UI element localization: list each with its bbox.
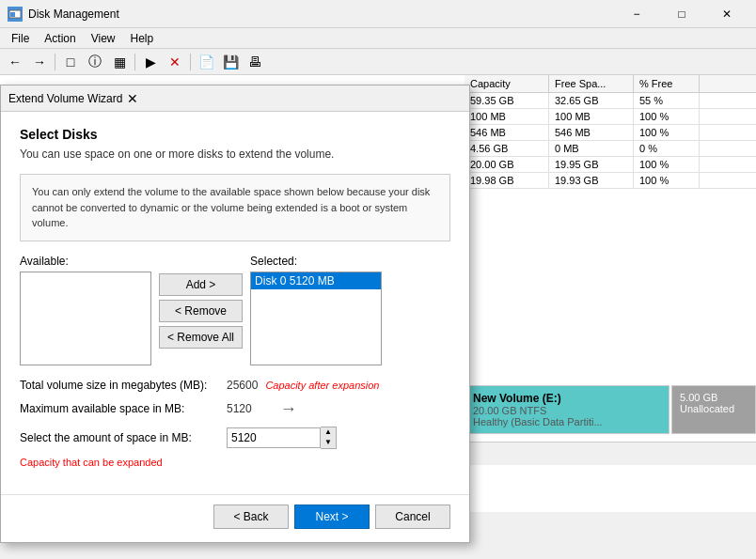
cell-cap-5: 20.00 GB: [465, 157, 549, 172]
maximize-button[interactable]: □: [660, 0, 703, 28]
table-row: 59.35 GB 32.65 GB 55 %: [465, 93, 756, 109]
extend-volume-dialog: Extend Volume Wizard ✕ Select Disks You …: [0, 85, 470, 543]
svg-rect-1: [10, 12, 15, 17]
mouse-cursor-icon: →: [280, 399, 297, 419]
minimize-button[interactable]: −: [615, 0, 658, 28]
toolbar-btn-doc3[interactable]: 🖶: [244, 52, 266, 72]
back-button[interactable]: < Back: [213, 505, 289, 529]
table-row: 19.98 GB 19.93 GB 100 %: [465, 173, 756, 189]
spinner-up-button[interactable]: ▲: [321, 427, 336, 438]
app-icon: [8, 7, 23, 22]
volume-name: New Volume (E:): [473, 392, 661, 405]
dialog-close-button[interactable]: ✕: [122, 88, 143, 109]
cell-pct-5: 100 %: [634, 157, 700, 172]
volume-detail-1: 20.00 GB NTFS: [473, 405, 661, 416]
disk-info-panel: New Volume (E:) 20.00 GB NTFS Healthy (B…: [465, 385, 756, 434]
window-controls: − □ ✕: [615, 0, 748, 28]
table-row: 546 MB 546 MB 100 %: [465, 125, 756, 141]
toolbar-separator-3: [190, 54, 191, 70]
toolbar-btn-1[interactable]: □: [59, 52, 82, 72]
cell-free-2: 100 MB: [549, 109, 634, 124]
col-capacity: Capacity: [465, 75, 549, 92]
available-listbox[interactable]: [20, 272, 151, 365]
table-row: 20.00 GB 19.95 GB 100 %: [465, 157, 756, 173]
cell-free-3: 546 MB: [549, 125, 634, 140]
dialog-footer: < Back Next > Cancel: [1, 494, 469, 542]
capacity-annotation: Capacity after expansion: [265, 380, 379, 391]
add-button[interactable]: Add >: [159, 273, 243, 296]
close-button[interactable]: ✕: [705, 0, 748, 28]
background-table: Capacity Free Spa... % Free 59.35 GB 32.…: [465, 75, 756, 189]
max-space-row: Maximum available space in MB: 5120 →: [20, 399, 450, 419]
select-space-row: Select the amount of space in MB: ▲ ▼: [20, 427, 450, 449]
toolbar-btn-doc2[interactable]: 💾: [219, 52, 242, 72]
disk-selection-area: Available: Add > < Remove < Remove All S…: [20, 255, 450, 365]
remove-button[interactable]: < Remove: [159, 300, 243, 322]
available-container: Available:: [20, 255, 151, 365]
selected-container: Selected: Disk 0 5120 MB: [250, 255, 382, 365]
section-title: Select Disks: [20, 127, 450, 142]
menu-view[interactable]: View: [84, 30, 123, 47]
dialog-title-bar: Extend Volume Wizard ✕: [1, 85, 469, 112]
cell-cap-3: 546 MB: [465, 125, 549, 140]
disk-action-buttons: Add > < Remove < Remove All: [159, 255, 243, 349]
remove-all-button[interactable]: < Remove All: [159, 326, 243, 349]
cell-free-1: 32.65 GB: [549, 93, 634, 108]
next-button[interactable]: Next >: [294, 505, 370, 529]
cell-pct-1: 55 %: [634, 93, 700, 108]
available-label: Available:: [20, 255, 151, 268]
menu-file[interactable]: File: [4, 30, 37, 47]
toolbar-separator-2: [134, 54, 135, 70]
col-percentfree: % Free: [634, 75, 700, 92]
toolbar-btn-doc1[interactable]: 📄: [195, 52, 217, 72]
toolbar-separator-1: [55, 54, 55, 70]
cell-cap-4: 4.56 GB: [465, 141, 549, 156]
toolbar: ← → □ ⓘ ▦ ▶ ✕ 📄 💾 🖶: [0, 49, 756, 75]
volume-detail-2: Healthy (Basic Data Partiti...: [473, 416, 661, 427]
cell-pct-4: 0 %: [634, 141, 700, 156]
cancel-button[interactable]: Cancel: [375, 505, 450, 529]
section-description: You can use space on one or more disks t…: [20, 148, 450, 161]
max-space-label: Maximum available space in MB:: [20, 402, 227, 415]
menu-action[interactable]: Action: [37, 30, 83, 47]
cell-pct-3: 100 %: [634, 125, 700, 140]
table-row: 4.56 GB 0 MB 0 %: [465, 141, 756, 157]
cell-free-6: 19.93 GB: [549, 173, 634, 188]
table-header: Capacity Free Spa... % Free: [465, 75, 756, 93]
forward-button[interactable]: →: [28, 52, 51, 72]
max-space-value: 5120: [227, 402, 252, 415]
dialog-title: Extend Volume Wizard: [8, 92, 122, 105]
cell-cap-6: 19.98 GB: [465, 173, 549, 188]
dialog-content: Select Disks You can use space on one or…: [1, 112, 469, 494]
spinner-down-button[interactable]: ▼: [321, 438, 336, 448]
toolbar-btn-3[interactable]: ▦: [108, 52, 131, 72]
back-button[interactable]: ←: [4, 52, 26, 72]
toolbar-btn-play[interactable]: ▶: [139, 52, 162, 72]
menu-help[interactable]: Help: [123, 30, 162, 47]
spinner-buttons: ▲ ▼: [321, 427, 337, 449]
info-box: You can only extend the volume to the av…: [20, 174, 450, 241]
toolbar-btn-2[interactable]: ⓘ: [84, 52, 106, 72]
window-title: Disk Management: [28, 8, 615, 21]
toolbar-btn-stop[interactable]: ✕: [164, 52, 186, 72]
total-volume-row: Total volume size in megabytes (MB): 256…: [20, 379, 450, 392]
cell-cap-2: 100 MB: [465, 109, 549, 124]
selected-listbox[interactable]: Disk 0 5120 MB: [250, 272, 382, 365]
unallocated-cell: 5.00 GB Unallocated: [671, 385, 756, 434]
col-freespace: Free Spa...: [549, 75, 634, 92]
menu-bar: File Action View Help: [0, 28, 756, 49]
cell-pct-6: 100 %: [634, 173, 700, 188]
table-row: 100 MB 100 MB 100 %: [465, 109, 756, 125]
selected-label: Selected:: [250, 255, 382, 268]
select-space-input-wrap: ▲ ▼: [227, 427, 337, 449]
cell-free-5: 19.95 GB: [549, 157, 634, 172]
selected-item-disk0[interactable]: Disk 0 5120 MB: [251, 272, 381, 289]
cell-pct-2: 100 %: [634, 109, 700, 124]
select-space-input[interactable]: [227, 427, 321, 448]
total-volume-value: 25600: [227, 379, 258, 392]
total-volume-label: Total volume size in megabytes (MB):: [20, 379, 227, 392]
volume-cell: New Volume (E:) 20.00 GB NTFS Healthy (B…: [465, 385, 669, 434]
cell-free-4: 0 MB: [549, 141, 634, 156]
select-space-label: Select the amount of space in MB:: [20, 431, 227, 444]
title-bar: Disk Management − □ ✕: [0, 0, 756, 28]
